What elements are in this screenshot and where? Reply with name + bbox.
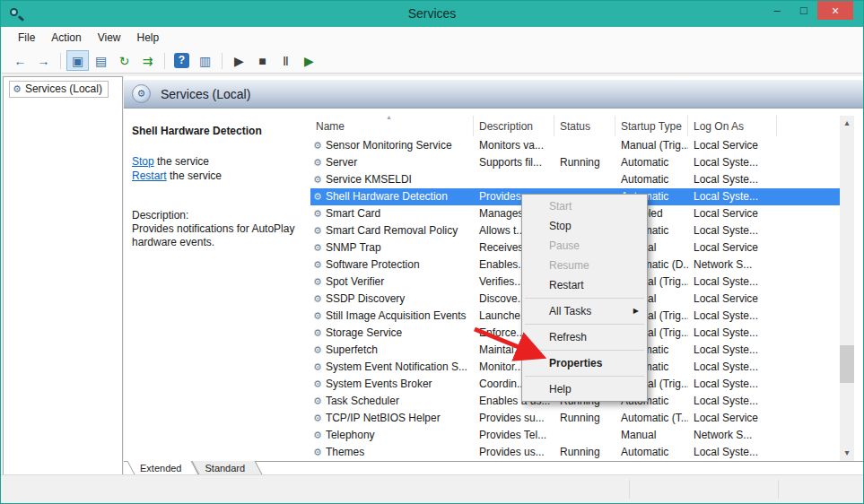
service-gear-icon: ⚙	[313, 256, 322, 274]
scroll-down-button[interactable]: ▾	[840, 446, 854, 461]
service-gear-icon: ⚙	[313, 376, 322, 393]
service-description: Monitors va...	[474, 137, 554, 154]
context-menu-item-help[interactable]: Help	[522, 379, 647, 399]
console-tree-panel: ⚙ Services (Local)	[3, 76, 123, 476]
service-description: Provides us...	[474, 444, 554, 461]
services-window: Services – □ × FileActionViewHelp ←→▣▤↻⇉…	[0, 0, 864, 504]
back-icon: ←	[14, 54, 27, 68]
menu-separator	[525, 298, 644, 299]
column-header-status[interactable]: Status	[554, 116, 615, 136]
column-header-startup-type[interactable]: Startup Type	[615, 116, 688, 136]
stop-service-button[interactable]: ■	[251, 50, 274, 71]
context-menu-item-stop[interactable]: Stop	[522, 216, 647, 236]
refresh-icon: ↻	[119, 54, 130, 68]
window-list-button[interactable]: ▥	[194, 50, 216, 71]
properties-button[interactable]: ▤	[90, 50, 112, 71]
context-menu-item-restart[interactable]: Restart	[522, 275, 647, 295]
vertical-scrollbar[interactable]: ▴ ▾	[840, 116, 854, 461]
menu-view[interactable]: View	[90, 29, 129, 47]
service-startup-type: Automatic (T...	[615, 410, 688, 427]
service-gear-icon: ⚙	[313, 308, 322, 325]
service-name: ⚙Software Protection	[310, 256, 474, 274]
service-name: ⚙System Event Notification S...	[310, 359, 474, 376]
service-logon: Local Syste...	[688, 376, 777, 393]
annotation-arrow-icon	[463, 315, 562, 373]
table-row[interactable]: ⚙TCP/IP NetBIOS HelperProvides su...Runn…	[310, 410, 840, 427]
statusbar-separator	[778, 480, 779, 499]
service-gear-icon: ⚙	[313, 393, 322, 410]
scroll-up-button[interactable]: ▴	[840, 116, 854, 131]
column-header-name[interactable]: Name	[310, 116, 474, 136]
service-name: ⚙Smart Card Removal Policy	[310, 222, 474, 239]
service-gear-icon: ⚙	[313, 222, 322, 239]
table-row[interactable]: ⚙Sensor Monitoring ServiceMonitors va...…	[310, 137, 840, 154]
service-logon: Local Syste...	[688, 308, 777, 325]
context-menu-item-pause: Pause	[522, 236, 647, 256]
service-startup-type: Manual (Trig...	[615, 137, 688, 154]
help-button[interactable]: ?	[170, 50, 193, 71]
table-row[interactable]: ⚙TelephonyProvides Tel...ManualNetwork S…	[310, 427, 840, 444]
pause-service-icon: Ⅱ	[283, 54, 289, 68]
maximize-button[interactable]: □	[790, 1, 817, 20]
table-row[interactable]: ⚙Service KMSELDIAutomaticLocal Syste...	[310, 171, 840, 188]
service-description: Supports fil...	[474, 154, 554, 171]
scroll-thumb[interactable]	[840, 345, 854, 383]
forward-button[interactable]: →	[32, 50, 55, 71]
pause-service-button[interactable]: Ⅱ	[275, 50, 297, 71]
extended-info-pane: Shell Hardware Detection Stop the servic…	[124, 109, 310, 461]
service-name: ⚙SSDP Discovery	[310, 291, 474, 308]
table-row[interactable]: ⚙ThemesProvides us...RunningAutomaticLoc…	[310, 444, 840, 461]
service-name: ⚙Service KMSELDI	[310, 171, 474, 188]
properties-icon: ▤	[95, 54, 107, 68]
column-header-description[interactable]: Description	[474, 116, 554, 136]
statusbar-separator	[629, 480, 630, 499]
menu-action[interactable]: Action	[43, 29, 89, 47]
menu-file[interactable]: File	[10, 29, 43, 47]
toolbar: ←→▣▤↻⇉?▥▶■Ⅱ▶	[2, 48, 862, 74]
service-description: Provides su...	[474, 410, 554, 427]
window-title: Services	[1, 6, 863, 21]
restart-service-button[interactable]: ▶	[298, 50, 320, 71]
menu-help[interactable]: Help	[129, 29, 168, 47]
service-logon: Network S...	[688, 427, 777, 444]
service-status: Running	[554, 444, 615, 461]
window-list-icon: ▥	[199, 54, 211, 68]
service-logon: Local Syste...	[688, 444, 777, 461]
restart-service-link[interactable]: Restart	[132, 169, 167, 182]
submenu-arrow-icon: ▶	[633, 301, 639, 321]
title-bar[interactable]: Services – □ ×	[1, 1, 863, 27]
refresh-button[interactable]: ↻	[113, 50, 135, 71]
service-name: ⚙SNMP Trap	[310, 239, 474, 256]
service-status: Running	[554, 410, 615, 427]
service-logon: Local Service	[688, 239, 777, 256]
status-bar	[1, 474, 863, 503]
show-console-tree-button[interactable]: ▣	[66, 50, 89, 71]
export-list-icon: ⇉	[143, 54, 153, 68]
window-controls: – □ ×	[764, 1, 853, 20]
service-gear-icon: ⚙	[313, 188, 322, 205]
toolbar-separator	[164, 53, 165, 69]
table-row[interactable]: ⚙ServerSupports fil...RunningAutomaticLo…	[310, 154, 840, 171]
minimize-button[interactable]: –	[764, 1, 790, 20]
service-gear-icon: ⚙	[313, 154, 322, 171]
service-gear-icon: ⚙	[313, 410, 322, 427]
service-startup-type: Manual	[615, 427, 688, 444]
export-list-button[interactable]: ⇉	[136, 50, 159, 71]
service-description: Provides Tel...	[474, 427, 554, 444]
service-name: ⚙Spot Verifier	[310, 274, 474, 291]
column-header-log-on-as[interactable]: Log On As	[688, 116, 777, 136]
close-button[interactable]: ×	[817, 1, 853, 20]
service-gear-icon: ⚙	[313, 444, 322, 461]
back-button[interactable]: ←	[9, 50, 31, 71]
services-snapin-icon: ⚙	[13, 83, 22, 95]
toolbar-separator	[222, 53, 223, 69]
start-service-button[interactable]: ▶	[228, 50, 250, 71]
menu-separator	[525, 376, 644, 377]
toolbar-separator	[60, 53, 61, 69]
banner-services-icon: ⚙	[132, 84, 151, 103]
service-gear-icon: ⚙	[313, 137, 322, 154]
stop-service-link[interactable]: Stop	[132, 155, 154, 168]
context-menu-item-resume: Resume	[522, 256, 647, 275]
tree-item-services-local[interactable]: ⚙ Services (Local)	[9, 81, 109, 98]
service-name: ⚙Still Image Acquisition Events	[310, 308, 474, 325]
